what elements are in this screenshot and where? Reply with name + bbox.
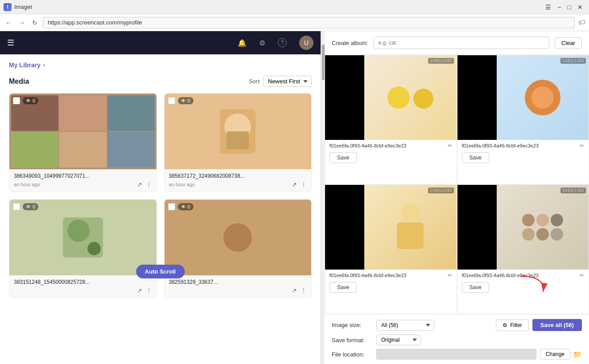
clear-button[interactable]: Clear [555, 37, 582, 49]
sort-select[interactable]: Newest First Oldest First Name A-Z [263, 76, 312, 87]
image-thumb-inner-1 [364, 55, 456, 140]
bottom-row-1: Image size: All (56) Small Medium Large … [332, 319, 582, 331]
file-location-label: File location: [332, 351, 376, 358]
media-card-meta-4: ↗ ⋮ [169, 287, 307, 294]
left-scrollbar[interactable] [321, 31, 325, 364]
breadcrumb-bar: My Library › [0, 54, 321, 72]
card-checkbox-3[interactable] [13, 203, 20, 210]
save-all-button[interactable]: Save all (56) [532, 319, 582, 331]
sort-label: Sort [249, 78, 259, 85]
save-format-select[interactable]: Original JPEG PNG WebP [376, 335, 421, 345]
album-bar: Create album: Clear [325, 31, 589, 55]
media-card-meta-2: an hour ago ↗ ⋮ [169, 181, 307, 188]
more-button-4[interactable]: ⋮ [301, 287, 307, 294]
back-button[interactable]: ← [4, 17, 13, 28]
more-button-2[interactable]: ⋮ [301, 181, 307, 188]
media-title: Media [9, 78, 29, 86]
breadcrumb: My Library › [9, 61, 312, 69]
share-button-1[interactable]: ↗ [137, 181, 142, 188]
image-item-1: 1440x1440 f01ee6fa-0f93-4a46-8cbf-e9ec3e… [325, 55, 457, 184]
folder-icon[interactable]: 📁 [573, 350, 582, 359]
left-scroll-thumb[interactable] [322, 45, 325, 80]
image-meta-1: f01ee6fa-0f93-4a46-8cbf-e9ec3e23 ✏ [325, 140, 457, 151]
hamburger-menu[interactable]: ☰ [7, 38, 14, 48]
media-card-2: 👁0 385637172_32490682008738... an hour a… [164, 93, 312, 192]
change-button[interactable]: Change [540, 349, 570, 360]
media-section: Media Sort Newest First Oldest First Nam… [0, 72, 321, 364]
filter-label: Filter [510, 322, 522, 328]
maximize-button[interactable]: □ [565, 4, 574, 11]
media-card-image-4: 👁0 [165, 200, 312, 275]
album-input[interactable] [374, 37, 549, 49]
image-thumb-inner-3 [364, 185, 456, 270]
image-thumb-inner-2 [497, 55, 589, 140]
media-card-actions-2: ↗ ⋮ [292, 181, 307, 188]
file-location-bar [376, 349, 536, 360]
more-button-1[interactable]: ⋮ [146, 181, 152, 188]
app-header: ☰ 🔔 ⚙ ? U [0, 31, 321, 54]
media-card-actions-1: ↗ ⋮ [137, 181, 152, 188]
media-card-meta-1: an hour ago ↗ ⋮ [14, 181, 152, 188]
titlebar: I Imaget ☰ − □ ✕ [0, 0, 589, 14]
edit-icon-3[interactable]: ✏ [448, 272, 452, 278]
forward-button[interactable]: → [17, 17, 27, 28]
addressbar: ← → ↻ 🏷 [0, 14, 589, 31]
media-card-name-3: 383151248_15450000825728... [14, 279, 152, 285]
save-button-1[interactable]: Save [330, 152, 357, 163]
album-label: Create album: [332, 40, 368, 46]
help-icon[interactable]: ? [278, 38, 287, 47]
edit-icon-1[interactable]: ✏ [448, 143, 452, 149]
sort-container: Sort Newest First Oldest First Name A-Z [249, 76, 312, 87]
media-card-time-1: an hour ago [14, 182, 40, 187]
image-thumb-2: 1440x1440 [457, 55, 589, 140]
bookmark-icon[interactable]: 🏷 [578, 19, 585, 27]
filter-button[interactable]: ⚙ Filter [496, 319, 529, 331]
card-checkbox-1[interactable] [13, 97, 20, 104]
image-filename-3: f01ee6fa-0f93-4a46-8cbf-e9ec3e23 [330, 273, 446, 278]
more-button-3[interactable]: ⋮ [146, 287, 152, 294]
image-save-3: Save [325, 281, 457, 296]
share-button-4[interactable]: ↗ [292, 287, 297, 294]
close-button[interactable]: ✕ [575, 4, 585, 11]
save-button-2[interactable]: Save [462, 152, 489, 163]
left-panel: ☰ 🔔 ⚙ ? U My Library › Media Sort [0, 31, 321, 364]
edit-icon-4[interactable]: ✏ [580, 272, 584, 278]
media-card: 👁0 386349093_10499977027071... an hour a… [9, 93, 157, 192]
image-thumb-3: 1440x1440 [325, 185, 457, 270]
bottom-controls: Image size: All (56) Small Medium Large … [325, 314, 589, 364]
image-size-badge-2: 1440x1440 [560, 58, 586, 64]
card-checkbox-4[interactable] [168, 203, 175, 210]
address-input[interactable] [43, 17, 575, 29]
share-button-3[interactable]: ↗ [137, 287, 142, 294]
card-checkbox-2[interactable] [168, 97, 175, 104]
gear-icon[interactable]: ⚙ [259, 39, 265, 47]
image-item-4: 1440x1440 f01ee6fa-0f93-4a46-8cbf-e9ec3e… [457, 184, 589, 314]
image-size-select[interactable]: All (56) Small Medium Large [376, 320, 434, 331]
image-size-badge-3: 1440x1440 [428, 188, 454, 193]
menu-control[interactable]: ☰ [543, 4, 554, 11]
bell-icon[interactable]: 🔔 [238, 39, 247, 47]
card-views-2: 👁0 [178, 97, 194, 104]
edit-icon-2[interactable]: ✏ [580, 143, 584, 149]
card-views-4: 👁0 [178, 203, 194, 210]
auto-scroll-button[interactable]: Auto Scroll [136, 265, 185, 278]
main-layout: ☰ 🔔 ⚙ ? U My Library › Media Sort [0, 31, 589, 364]
breadcrumb-link[interactable]: My Library [9, 61, 41, 69]
image-save-2: Save [457, 151, 589, 167]
share-button-2[interactable]: ↗ [292, 181, 297, 188]
save-button-4[interactable]: Save [462, 282, 489, 293]
image-grid: 1440x1440 f01ee6fa-0f93-4a46-8cbf-e9ec3e… [325, 55, 589, 314]
image-meta-2: f01ee6fa-0f93-4a46-8cbf-e9ec3e23 ✏ [457, 140, 589, 151]
image-size-label: Image size: [332, 322, 376, 328]
window-controls: ☰ − □ ✕ [543, 4, 585, 11]
media-card-actions-3: ↗ ⋮ [137, 287, 152, 294]
media-card-info-1: 386349093_10499977027071... an hour ago … [9, 169, 157, 192]
refresh-button[interactable]: ↻ [30, 17, 39, 28]
save-button-3[interactable]: Save [330, 282, 357, 293]
image-meta-3: f01ee6fa-0f93-4a46-8cbf-e9ec3e23 ✏ [325, 270, 457, 281]
app-title: Imaget [14, 4, 32, 10]
card-views-3: 👁0 [23, 203, 38, 210]
avatar[interactable]: U [299, 36, 313, 50]
minimize-button[interactable]: − [555, 4, 564, 11]
image-save-4: Save [457, 281, 589, 296]
